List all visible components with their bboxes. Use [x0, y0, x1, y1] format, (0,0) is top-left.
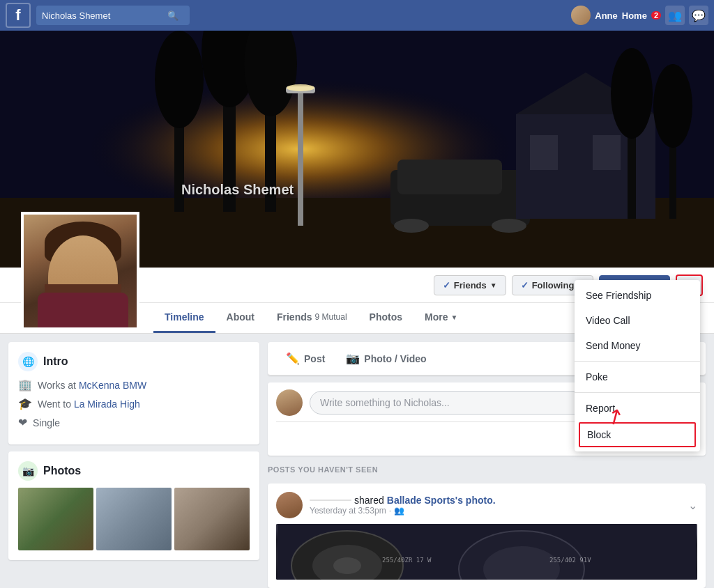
photo-video-tab[interactable]: 📷 Photo / Video: [336, 348, 436, 369]
education-icon: 🎓: [18, 397, 32, 410]
school-link[interactable]: La Mirada High: [74, 399, 140, 410]
dropdown-video-call[interactable]: Video Call: [575, 308, 700, 333]
dropdown-divider: [575, 361, 700, 362]
post-icon: ✏️: [286, 352, 300, 365]
dropdown-block[interactable]: Block: [579, 422, 696, 447]
photo-thumb[interactable]: [18, 488, 93, 550]
photos-card: 📷 Photos: [8, 451, 259, 560]
following-check-icon: ✓: [521, 280, 529, 291]
friends-button[interactable]: ✓ Friends ▼: [434, 275, 506, 295]
dropdown-see-friendship[interactable]: See Friendship: [575, 283, 700, 308]
feed-shared-text: shared: [354, 495, 384, 506]
dropdown-report[interactable]: Report: [575, 396, 700, 421]
dropdown-divider-2: [575, 392, 700, 393]
profile-picture[interactable]: [21, 212, 139, 330]
tab-timeline[interactable]: Timeline: [153, 303, 215, 333]
feed-name-row: shared Ballade Sports's photo.: [310, 495, 681, 506]
tab-about[interactable]: About: [215, 303, 266, 333]
svg-point-23: [653, 64, 692, 148]
audience-friends-icon: 👥: [394, 506, 404, 516]
photos-title: 📷 Photos: [18, 461, 250, 481]
tab-friends[interactable]: Friends 9 Mutual: [266, 303, 358, 333]
messages-icon-button[interactable]: 💬: [689, 6, 708, 25]
post-tab[interactable]: ✏️ Post: [276, 348, 335, 369]
check-icon: ✓: [443, 280, 450, 291]
tab-photos[interactable]: Photos: [358, 303, 413, 333]
intro-status: ❤ Single: [18, 416, 250, 429]
feed-image: 255/40ZR 17 W 255/402 91V: [276, 524, 697, 580]
friends-caret: ▼: [490, 281, 497, 289]
facebook-logo: f: [6, 3, 31, 28]
tire-svg: 255/40ZR 17 W 255/402 91V: [276, 524, 697, 580]
tab-more[interactable]: More ▼: [413, 303, 469, 333]
svg-rect-19: [593, 135, 621, 170]
search-bar[interactable]: 🔍: [36, 6, 190, 25]
feed-post: shared Ballade Sports's photo. Yesterday…: [268, 483, 706, 588]
notification-badge: 2: [651, 11, 661, 20]
work-link[interactable]: McKenna BMW: [79, 380, 146, 391]
svg-point-27: [333, 557, 361, 574]
tire-image: 255/40ZR 17 W 255/402 91V: [276, 524, 697, 580]
avatar[interactable]: [571, 6, 591, 25]
mutual-count: 9 Mutual: [315, 312, 347, 322]
intro-card: 🌐 Intro 🏢 Works at McKenna BMW 🎓 Went to…: [8, 342, 259, 444]
svg-point-11: [287, 84, 314, 91]
svg-rect-9: [298, 86, 303, 226]
intro-education: 🎓 Went to La Mirada High: [18, 397, 250, 410]
svg-rect-18: [530, 135, 558, 170]
nav-home-link[interactable]: Home: [622, 10, 647, 21]
dropdown-menu: See Friendship Video Call Send Money Pok…: [575, 280, 700, 451]
feed-header: shared Ballade Sports's photo. Yesterday…: [276, 492, 697, 518]
photo-thumb[interactable]: [174, 488, 250, 550]
feed-avatar[interactable]: [276, 492, 303, 518]
feed-linked-page[interactable]: Ballade Sports's photo.: [387, 495, 496, 506]
svg-text:255/40ZR 17 W: 255/40ZR 17 W: [382, 557, 432, 564]
dropdown-send-money[interactable]: Send Money: [575, 333, 700, 358]
intro-work: 🏢 Works at McKenna BMW: [18, 378, 250, 392]
feed-meta: shared Ballade Sports's photo. Yesterday…: [310, 495, 681, 516]
search-icon: 🔍: [167, 10, 178, 21]
photo-thumb[interactable]: [96, 488, 172, 550]
post-chevron-icon[interactable]: ⌄: [688, 499, 697, 512]
nav-username: Anne: [595, 10, 618, 21]
intro-globe-icon: 🌐: [18, 352, 38, 371]
audience-icon: ·: [389, 506, 391, 516]
photos-icon: 📷: [18, 461, 38, 481]
svg-text:255/402 91V: 255/402 91V: [549, 557, 591, 564]
intro-title: 🌐 Intro: [18, 352, 250, 371]
svg-point-15: [492, 219, 526, 233]
work-icon: 🏢: [18, 378, 32, 392]
section-label: POSTS YOU HAVEN'T SEEN: [268, 463, 706, 477]
photos-grid: [18, 488, 250, 550]
friends-icon-button[interactable]: 👥: [665, 6, 685, 25]
svg-point-6: [155, 31, 204, 128]
navbar: f 🔍 Anne Home 2 👥 💬: [0, 0, 714, 31]
feed-time: Yesterday at 3:53pm · 👥: [310, 506, 681, 516]
svg-point-21: [611, 48, 653, 139]
search-input[interactable]: [42, 10, 167, 21]
current-user-avatar: [276, 389, 303, 416]
more-caret-icon: ▼: [451, 314, 458, 321]
svg-point-14: [394, 219, 429, 233]
heart-icon: ❤: [18, 416, 27, 429]
profile-cover-name: Nicholas Shemet: [181, 182, 294, 198]
dropdown-poke[interactable]: Poke: [575, 364, 700, 389]
left-sidebar: 🌐 Intro 🏢 Works at McKenna BMW 🎓 Went to…: [8, 342, 259, 588]
svg-rect-13: [397, 160, 502, 194]
nav-right: Anne Home 2 👥 💬: [571, 6, 708, 25]
feed-username-blurred[interactable]: [310, 500, 351, 501]
photo-video-icon: 📷: [346, 352, 360, 365]
